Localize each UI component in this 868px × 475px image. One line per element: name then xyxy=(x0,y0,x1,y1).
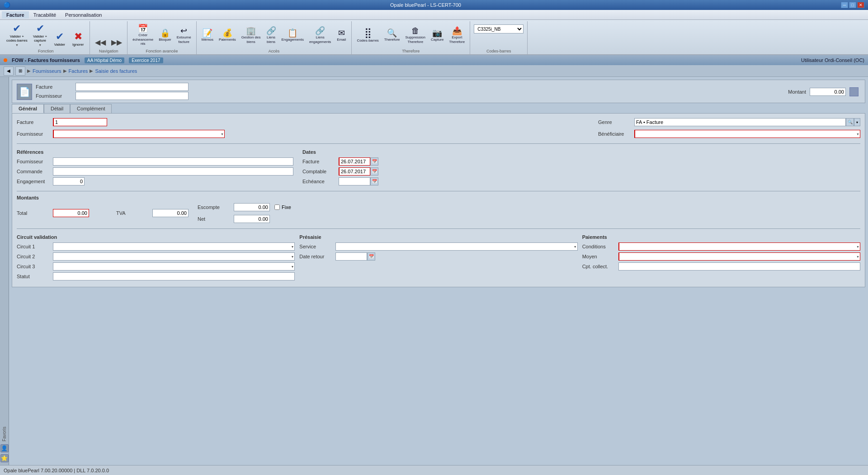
c3325i-nb-dropdown[interactable]: C3325i_NB xyxy=(474,24,524,33)
breadcrumb-arrow-2: ▶ xyxy=(90,68,93,73)
suppression-therefore-button[interactable]: 🗑 SuppressionTherefore xyxy=(403,23,428,48)
email-label: Email xyxy=(337,38,346,42)
creer-echeancements-icon: 📅 xyxy=(138,24,148,33)
divider-1 xyxy=(17,143,860,144)
therefore-group-label: Therefore xyxy=(354,48,467,53)
cpt-collect-input[interactable] xyxy=(618,262,860,271)
service-select[interactable] xyxy=(335,242,577,251)
maximize-button[interactable]: □ xyxy=(849,2,856,8)
date-facture-cal-button[interactable]: 📅 xyxy=(370,157,378,166)
escompte-input[interactable] xyxy=(234,203,270,211)
memos-button[interactable]: 📝 Mémos xyxy=(199,23,216,48)
net-label: Net xyxy=(198,216,234,222)
suppression-therefore-icon: 🗑 xyxy=(411,27,420,35)
beneficiaire-label: Bénéficiaire xyxy=(598,131,634,137)
engagement-input[interactable] xyxy=(53,177,85,185)
statut-input[interactable] xyxy=(53,272,295,280)
tab-detail[interactable]: Détail xyxy=(44,104,70,113)
genre-search-button[interactable]: 🔍 xyxy=(846,118,854,126)
beneficiaire-select[interactable] xyxy=(634,130,860,138)
commande-label: Commande xyxy=(17,169,53,174)
engagements-button[interactable]: 📋 Engagements xyxy=(279,23,306,48)
gestion-biens-button[interactable]: 🏢 Gestion desbiens xyxy=(239,23,263,48)
form-header-left: 📄 Facture Fournisseur xyxy=(17,83,189,101)
nav-back-button[interactable]: ◀ xyxy=(4,66,14,76)
date-retour-field: 📅 xyxy=(335,252,577,261)
circuit2-label: Circuit 2 xyxy=(17,254,53,259)
fournisseur-select[interactable] xyxy=(53,130,225,138)
genre-input[interactable] xyxy=(634,118,846,126)
circuit1-select[interactable] xyxy=(53,242,295,251)
ref-fournisseur-input[interactable] xyxy=(53,157,293,166)
nav-grid-button[interactable]: ⊞ xyxy=(15,66,25,76)
star-icon[interactable]: ⭐ xyxy=(0,454,9,462)
conditions-select[interactable] xyxy=(618,242,860,251)
facture-number-input[interactable] xyxy=(53,118,107,126)
genre-dropdown-button[interactable]: ▼ xyxy=(854,118,860,126)
ignorer-icon: ✖ xyxy=(74,31,82,43)
total-input[interactable] xyxy=(53,209,89,217)
circuit3-select[interactable] xyxy=(53,262,295,271)
favoris-label[interactable]: Favoris xyxy=(1,424,8,444)
valider-button[interactable]: ✔ Valider xyxy=(51,23,68,48)
liens-biens-icon: 🔗 xyxy=(266,27,276,35)
valider-codes-barres-button[interactable]: ✔ Valider +codes-barres ▼ xyxy=(5,23,29,48)
menu-facture[interactable]: Facture xyxy=(2,11,29,19)
engagement-row: Engagement xyxy=(17,177,293,185)
minimize-button[interactable]: ─ xyxy=(841,2,848,8)
creer-echeancements-label: Créerécheancements xyxy=(132,33,153,46)
breadcrumb-factures[interactable]: Factures xyxy=(69,68,88,74)
date-facture-input[interactable] xyxy=(339,157,370,166)
gestion-biens-label: Gestion desbiens xyxy=(241,35,261,44)
echeance-cal-button[interactable]: 📅 xyxy=(370,177,378,185)
breadcrumb-saisie[interactable]: Saisie des factures xyxy=(95,68,137,74)
montants-header: Montants xyxy=(17,195,860,200)
service-label: Service xyxy=(299,244,335,249)
tab-general[interactable]: Général xyxy=(12,104,44,113)
dates-header: Dates xyxy=(302,149,575,155)
bloquer-button[interactable]: 🔒 Bloquer xyxy=(156,23,174,48)
net-input[interactable] xyxy=(234,215,270,223)
valider-codes-barres-arrow[interactable]: ▼ xyxy=(15,43,19,47)
moyen-select-wrapper: ▼ xyxy=(618,252,860,261)
circuit2-select[interactable] xyxy=(53,252,295,261)
date-comptable-cal-button[interactable]: 📅 xyxy=(370,167,378,176)
echeance-input[interactable] xyxy=(339,177,370,185)
conditions-select-wrapper: ▼ xyxy=(618,242,860,251)
tva-input[interactable] xyxy=(152,209,189,217)
liens-engagements-button[interactable]: 🔗 Liensengagements xyxy=(307,23,333,48)
nav-prev-button[interactable]: ◀◀ xyxy=(93,23,108,48)
fixe-checkbox[interactable] xyxy=(274,204,280,210)
codes-barres-button[interactable]: ⣿ Codes-barres xyxy=(354,23,381,48)
tab-complement[interactable]: Complément xyxy=(70,104,112,113)
export-therefore-button[interactable]: 📤 ExportTherefore xyxy=(447,23,467,48)
commande-input[interactable] xyxy=(53,167,293,176)
paiements-button[interactable]: 💰 Paiements xyxy=(217,23,238,48)
c3325i-nb-select[interactable]: C3325i_NB xyxy=(474,24,524,33)
valider-capture-button[interactable]: ✔ Valider +capture ▼ xyxy=(30,23,50,48)
liens-engagements-icon: 🔗 xyxy=(315,27,325,35)
extourne-facture-button[interactable]: ↩ Extournefacture xyxy=(175,23,193,48)
date-comptable-input[interactable] xyxy=(339,167,370,176)
capture-button[interactable]: 📷 Capture xyxy=(429,23,446,48)
date-retour-input[interactable] xyxy=(335,252,367,261)
ignorer-button[interactable]: ✖ Ignorer xyxy=(69,23,87,48)
fournisseur-header-input[interactable] xyxy=(75,92,189,100)
gestion-biens-icon: 🏢 xyxy=(246,27,256,35)
date-retour-cal-button[interactable]: 📅 xyxy=(367,252,375,261)
valider-capture-arrow[interactable]: ▼ xyxy=(38,43,42,47)
creer-echeancements-button[interactable]: 📅 Créerécheancements xyxy=(130,23,156,48)
therefore-button[interactable]: 🔍 Therefore xyxy=(382,23,402,48)
menu-personalisation[interactable]: Personnalisation xyxy=(61,11,106,19)
moyen-select[interactable] xyxy=(618,252,860,261)
liens-biens-button[interactable]: 🔗 Liensbiens xyxy=(264,23,278,48)
menu-tracabilite[interactable]: Tracabilité xyxy=(29,11,61,19)
user-icon[interactable]: 👤 xyxy=(0,444,9,452)
montant-input[interactable] xyxy=(810,88,846,96)
close-button[interactable]: ✕ xyxy=(857,2,864,8)
breadcrumb-fournisseurs[interactable]: Fournisseurs xyxy=(33,68,61,74)
montant-action-btn[interactable] xyxy=(849,87,859,96)
nav-next-button[interactable]: ▶▶ xyxy=(109,23,124,48)
email-button[interactable]: ✉ Email xyxy=(334,23,349,48)
facture-input[interactable] xyxy=(75,83,189,91)
